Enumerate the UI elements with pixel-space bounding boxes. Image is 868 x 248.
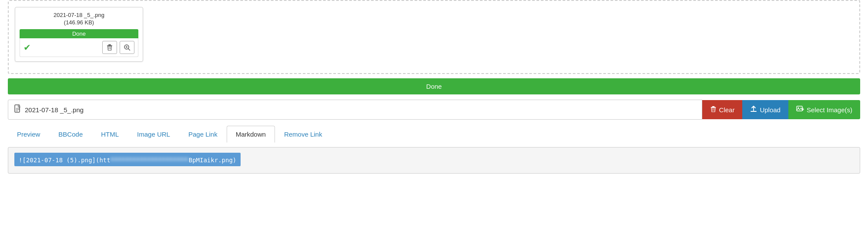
svg-line-5 xyxy=(128,49,130,50)
file-card-size: (146.96 KB) xyxy=(64,19,94,26)
check-icon: ✔ xyxy=(23,42,100,53)
svg-rect-1 xyxy=(107,45,112,46)
clear-trash-icon xyxy=(710,106,717,114)
clear-button[interactable]: Clear xyxy=(702,100,743,119)
upload-icon xyxy=(750,106,757,114)
done-bar: Done xyxy=(8,78,860,94)
upload-zone: 2021-07-18 _5_.png (146.96 KB) Done ✔ xyxy=(8,0,860,74)
zoom-icon xyxy=(124,44,131,51)
file-name-box: 2021-07-18 _5_.png xyxy=(8,100,702,120)
svg-rect-12 xyxy=(712,106,714,107)
upload-button[interactable]: Upload xyxy=(742,100,788,119)
select-image-icon xyxy=(796,106,804,114)
file-info-row: 2021-07-18 _5_.png Clear Up xyxy=(8,100,860,120)
clear-label: Clear xyxy=(719,106,735,114)
tab-bbcode[interactable]: BBCode xyxy=(49,126,92,143)
upload-label: Upload xyxy=(760,106,781,114)
tabs-row: Preview BBCode HTML Image URL Page Link … xyxy=(8,126,860,143)
select-images-button[interactable]: Select Image(s) xyxy=(788,100,860,119)
tab-preview[interactable]: Preview xyxy=(8,126,49,143)
markdown-area: ![2021-07-18 (5).png](httxxxxxxxxxxxxxxx… xyxy=(8,147,860,174)
file-card-delete-button[interactable] xyxy=(102,41,117,54)
svg-rect-13 xyxy=(710,107,716,108)
file-doc-icon xyxy=(14,104,21,115)
file-card: 2021-07-18 _5_.png (146.96 KB) Done ✔ xyxy=(15,7,143,62)
bottom-hint xyxy=(0,181,868,186)
page-wrapper: 2021-07-18 _5_.png (146.96 KB) Done ✔ xyxy=(0,0,868,248)
markdown-content[interactable]: ![2021-07-18 (5).png](httxxxxxxxxxxxxxxx… xyxy=(14,153,241,166)
tab-page-link[interactable]: Page Link xyxy=(179,126,227,143)
tab-image-url[interactable]: Image URL xyxy=(128,126,179,143)
tab-markdown[interactable]: Markdown xyxy=(227,126,275,143)
tab-html[interactable]: HTML xyxy=(92,126,128,143)
select-images-label: Select Image(s) xyxy=(807,106,852,114)
trash-icon xyxy=(106,44,113,51)
file-card-done-bar: Done xyxy=(20,29,138,38)
tab-remove-link[interactable]: Remove Link xyxy=(275,126,332,143)
file-card-name: 2021-07-18 _5_.png xyxy=(54,12,104,18)
file-card-actions: ✔ xyxy=(20,38,138,57)
svg-rect-0 xyxy=(108,44,111,45)
file-card-zoom-button[interactable] xyxy=(120,41,134,54)
file-name-text: 2021-07-18 _5_.png xyxy=(25,106,84,114)
